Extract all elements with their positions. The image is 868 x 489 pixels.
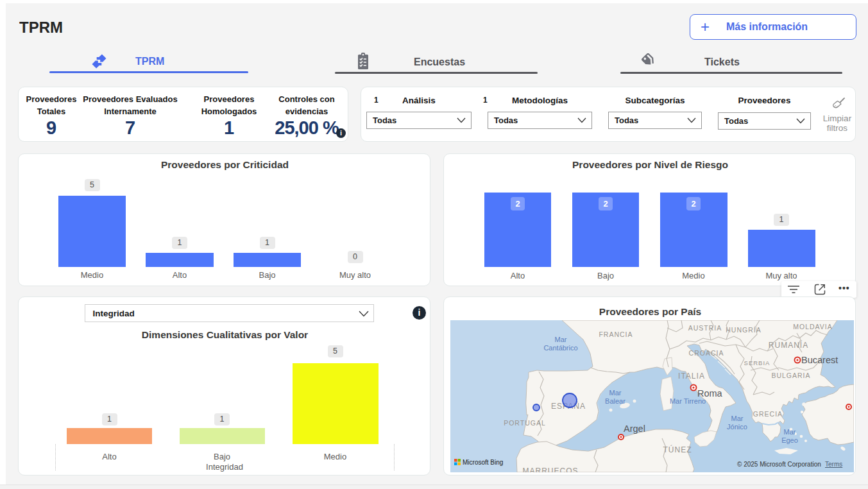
svg-text:Mar: Mar bbox=[609, 389, 622, 397]
svg-text:Terms: Terms bbox=[825, 461, 842, 468]
svg-text:Mar: Mar bbox=[784, 428, 796, 436]
svg-text:TÚNEZ: TÚNEZ bbox=[663, 445, 692, 454]
svg-text:Egeo: Egeo bbox=[781, 436, 798, 444]
svg-text:PORTUGAL: PORTUGAL bbox=[504, 419, 546, 427]
svg-text:GRECIA: GRECIA bbox=[753, 410, 783, 418]
svg-text:Bucarest: Bucarest bbox=[801, 355, 838, 365]
svg-text:MARRUECOS: MARRUECOS bbox=[522, 467, 578, 472]
svg-text:FRANCIA: FRANCIA bbox=[599, 330, 633, 338]
svg-text:Roma: Roma bbox=[697, 388, 723, 399]
svg-text:AUSTRIA: AUSTRIA bbox=[688, 324, 722, 332]
svg-text:SERBIA: SERBIA bbox=[744, 359, 770, 366]
svg-text:BULGARIA: BULGARIA bbox=[771, 372, 810, 379]
svg-text:HUNGRÍA: HUNGRÍA bbox=[726, 326, 761, 334]
svg-text:RUMANÍA: RUMANÍA bbox=[769, 340, 808, 350]
svg-text:Mar: Mar bbox=[731, 415, 744, 422]
svg-text:Jónico: Jónico bbox=[727, 423, 747, 431]
svg-text:Microsoft Bing: Microsoft Bing bbox=[463, 459, 503, 466]
svg-text:MOLDAVIA: MOLDAVIA bbox=[793, 323, 832, 330]
svg-text:Mar: Mar bbox=[555, 336, 567, 343]
svg-text:Argel: Argel bbox=[624, 424, 645, 434]
svg-text:Balear: Balear bbox=[605, 397, 625, 405]
svg-text:CROACIA: CROACIA bbox=[689, 349, 724, 357]
svg-text:ITALIA: ITALIA bbox=[678, 372, 705, 381]
svg-text:Cantábrico: Cantábrico bbox=[543, 344, 577, 352]
svg-text:© 2025 Microsoft Corporation: © 2025 Microsoft Corporation bbox=[737, 461, 821, 468]
